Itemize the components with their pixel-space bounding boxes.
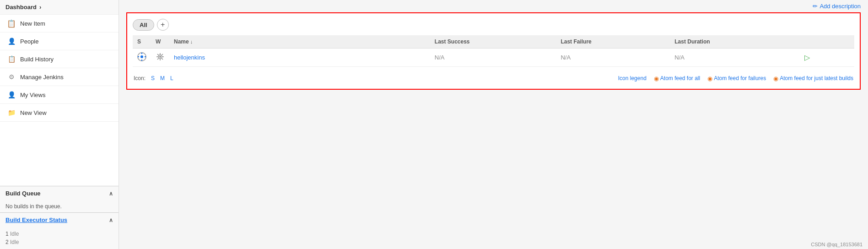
tab-all[interactable]: All	[133, 19, 154, 31]
sidebar-item-people[interactable]: 👤 People	[0, 32, 119, 50]
table-row: hellojenkins N/A N/A N/A ▷	[133, 49, 854, 67]
feed-links: Icon legend ◉ Atom feed for all ◉ Atom f…	[618, 75, 853, 82]
jobs-table: S W Name Last Success Last Failure Last …	[133, 35, 854, 67]
sidebar: Dashboard › 📋 New Item 👤 People 📋 Build …	[0, 0, 119, 249]
edit-icon: ✏	[813, 3, 818, 10]
icon-size-m[interactable]: M	[158, 74, 167, 82]
job-last-success: N/A	[430, 49, 556, 67]
breadcrumb-label: Dashboard	[5, 4, 37, 11]
executor-row-2: 2 Idle	[5, 238, 113, 246]
bottom-bar-text: CSDN @qq_18153681	[811, 242, 863, 247]
rss-icon-all: ◉	[654, 75, 659, 82]
svg-line-13	[162, 59, 163, 60]
icon-size-label: Icon:	[134, 75, 146, 81]
atom-feed-failures-label: Atom feed for failures	[714, 75, 766, 81]
rss-icon-latest: ◉	[773, 75, 778, 82]
weather-sun-icon	[156, 52, 165, 61]
col-header-last-duration: Last Duration	[670, 35, 797, 49]
new-item-icon: 📋	[7, 19, 16, 27]
build-queue-title: Build Queue	[5, 190, 41, 197]
content-box: All + S W Name Last Success Last Failure…	[126, 12, 861, 90]
col-header-last-failure: Last Failure	[556, 35, 670, 49]
sidebar-label-people: People	[20, 38, 38, 45]
atom-feed-latest-label: Atom feed for just latest builds	[780, 75, 853, 81]
sidebar-label-my-views: My Views	[20, 92, 45, 98]
main-content: ✏ Add description All + S W Name	[119, 0, 868, 249]
sidebar-label-new-view: New View	[20, 109, 47, 116]
job-name-link[interactable]: hellojenkins	[174, 54, 205, 61]
col-name-label: Name	[174, 38, 193, 45]
executor-status-2: Idle	[10, 239, 19, 245]
build-queue-header[interactable]: Build Queue ∧	[0, 186, 119, 200]
bottom-bar: CSDN @qq_18153681	[119, 240, 868, 249]
sidebar-nav: 📋 New Item 👤 People 📋 Build History ⚙ Ma…	[0, 15, 119, 186]
icon-size-s[interactable]: S	[149, 74, 156, 82]
atom-feed-latest-link[interactable]: ◉ Atom feed for just latest builds	[773, 75, 853, 82]
icon-size-l[interactable]: L	[168, 74, 175, 82]
atom-feed-all-link[interactable]: ◉ Atom feed for all	[654, 75, 700, 82]
breadcrumb-arrow: ›	[39, 4, 41, 11]
col-header-name[interactable]: Name	[169, 35, 430, 49]
job-last-failure: N/A	[556, 49, 670, 67]
executor-status-1: Idle	[10, 231, 19, 237]
new-view-icon: 📁	[7, 108, 16, 117]
sidebar-item-my-views[interactable]: 👤 My Views	[0, 86, 119, 104]
icon-legend-link[interactable]: Icon legend	[618, 75, 647, 81]
job-run-button[interactable]: ▷	[802, 52, 813, 63]
job-name-cell: hellojenkins	[169, 49, 430, 67]
sidebar-label-manage-jenkins: Manage Jenkins	[20, 74, 64, 81]
build-history-icon: 📋	[7, 55, 16, 63]
job-run-cell: ▷	[797, 49, 854, 67]
col-header-w: W	[151, 35, 169, 49]
executor-id-2: 2	[5, 239, 10, 245]
job-weather-icon	[151, 49, 169, 67]
manage-jenkins-icon: ⚙	[7, 73, 16, 81]
build-executor-header[interactable]: Build Executor Status ∧	[0, 213, 119, 227]
job-status-icon	[133, 49, 151, 67]
col-header-actions	[797, 35, 854, 49]
build-executor-section: Build Executor Status ∧ 1 Idle 2 Idle	[0, 212, 119, 249]
add-description-label: Add description	[819, 3, 861, 10]
build-queue-empty: No builds in the queue.	[5, 203, 62, 210]
breadcrumb[interactable]: Dashboard ›	[0, 0, 119, 15]
add-description-button[interactable]: ✏ Add description	[813, 3, 861, 10]
rss-icon-failures: ◉	[707, 75, 712, 82]
my-views-icon: 👤	[7, 91, 16, 99]
table-header-row: S W Name Last Success Last Failure Last …	[133, 35, 854, 49]
build-queue-body: No builds in the queue.	[0, 200, 119, 212]
executor-row-1: 1 Idle	[5, 230, 113, 238]
sidebar-item-build-history[interactable]: 📋 Build History	[0, 50, 119, 68]
build-executor-body: 1 Idle 2 Idle	[0, 227, 119, 249]
sidebar-item-manage-jenkins[interactable]: ⚙ Manage Jenkins	[0, 68, 119, 86]
svg-line-14	[162, 54, 163, 55]
build-queue-chevron: ∧	[109, 190, 113, 197]
col-header-last-success: Last Success	[430, 35, 556, 49]
people-icon: 👤	[7, 37, 16, 45]
svg-point-1	[140, 55, 143, 58]
tabs-row: All +	[133, 19, 854, 31]
build-executor-chevron: ∧	[109, 217, 113, 223]
svg-line-12	[157, 54, 159, 55]
sidebar-item-new-item[interactable]: 📋 New Item	[0, 15, 119, 32]
svg-line-15	[157, 59, 159, 60]
job-last-duration: N/A	[670, 49, 797, 67]
atom-feed-failures-link[interactable]: ◉ Atom feed for failures	[707, 75, 766, 82]
build-queue-section: Build Queue ∧ No builds in the queue.	[0, 186, 119, 212]
tab-add-button[interactable]: +	[157, 19, 169, 31]
status-circle-icon	[137, 52, 146, 61]
build-executor-title: Build Executor Status	[5, 217, 67, 223]
sidebar-label-build-history: Build History	[20, 56, 54, 63]
table-footer: Icon: S M L Icon legend ◉ Atom feed for …	[133, 71, 854, 83]
executor-id-1: 1	[5, 231, 10, 237]
svg-point-7	[159, 56, 161, 58]
main-header: ✏ Add description	[119, 0, 868, 12]
icon-size-group: Icon: S M L	[134, 74, 175, 82]
atom-feed-all-label: Atom feed for all	[660, 75, 700, 81]
sidebar-item-new-view[interactable]: 📁 New View	[0, 104, 119, 122]
sidebar-label-new-item: New Item	[20, 20, 45, 27]
col-header-s: S	[133, 35, 151, 49]
